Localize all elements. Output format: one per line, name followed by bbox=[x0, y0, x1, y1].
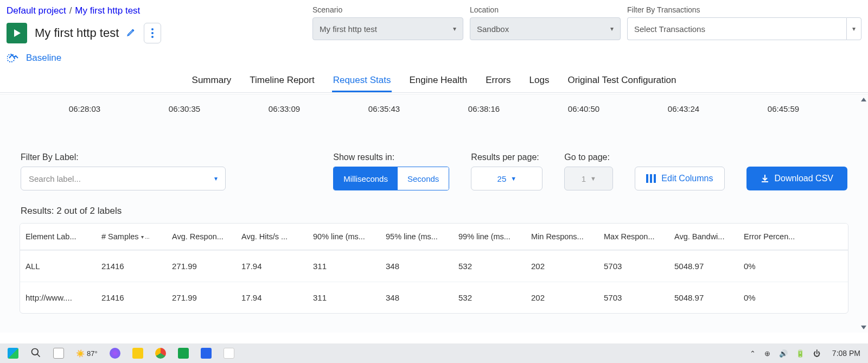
results-per-page-dropdown[interactable]: 25 ▼ bbox=[471, 167, 542, 190]
chevron-down-icon: ▾ bbox=[610, 25, 614, 33]
stats-table: Element Lab... # Samples ▾ ... Avg. Resp… bbox=[20, 223, 848, 314]
cell-label: http://www.... bbox=[20, 282, 96, 313]
col-p90[interactable]: 90% line (ms... bbox=[308, 224, 380, 250]
page-title: My first http test bbox=[35, 26, 119, 40]
cell-p90: 311 bbox=[308, 282, 380, 313]
cell-avg-resp: 271.99 bbox=[167, 251, 236, 282]
app-icon-2[interactable] bbox=[224, 348, 234, 359]
location-label: Location bbox=[470, 5, 621, 14]
rpp-title: Results per page: bbox=[471, 152, 542, 162]
col-error-pct[interactable]: Error Percen... bbox=[738, 224, 803, 250]
col-samples[interactable]: # Samples ▾ ... bbox=[96, 224, 167, 250]
cell-p95: 348 bbox=[380, 282, 453, 313]
goto-page-dropdown[interactable]: 1 ▼ bbox=[564, 167, 613, 190]
pencil-icon bbox=[126, 27, 136, 37]
svg-rect-5 bbox=[646, 174, 648, 183]
scenario-dropdown[interactable]: My first http test ▾ bbox=[312, 17, 463, 40]
chevron-down-icon: ▾ bbox=[453, 25, 456, 33]
chrome-icon[interactable] bbox=[155, 348, 166, 359]
tab-summary[interactable]: Summary bbox=[191, 71, 233, 92]
time-tick: 06:30:35 bbox=[135, 104, 234, 113]
filter-label-input[interactable]: Search label... ▾ bbox=[21, 167, 226, 190]
tab-original-config[interactable]: Original Test Configuration bbox=[566, 71, 677, 92]
breadcrumb-project[interactable]: Default project bbox=[7, 5, 66, 16]
scrollbar[interactable] bbox=[861, 98, 866, 329]
breadcrumb-sep: / bbox=[69, 5, 72, 16]
play-icon bbox=[12, 29, 21, 37]
edit-columns-button[interactable]: Edit Columns bbox=[635, 167, 724, 190]
col-avg-response[interactable]: Avg. Respon... bbox=[167, 224, 236, 250]
transactions-expand-button[interactable]: ▾ bbox=[846, 17, 861, 40]
more-actions-button[interactable] bbox=[144, 23, 161, 43]
col-max[interactable]: Max Respon... bbox=[598, 224, 669, 250]
table-row[interactable]: http://www.... 21416 271.99 17.94 311 34… bbox=[20, 282, 848, 313]
chevron-down-icon: ▾ bbox=[214, 175, 218, 182]
unit-milliseconds[interactable]: Milliseconds bbox=[334, 167, 398, 190]
show-results-title: Show results in: bbox=[333, 152, 449, 162]
transactions-dropdown[interactable]: Select Transactions bbox=[627, 17, 846, 40]
run-button[interactable] bbox=[7, 23, 27, 43]
col-min[interactable]: Min Respons... bbox=[526, 224, 598, 250]
location-value: Sandbox bbox=[477, 24, 509, 34]
excel-icon[interactable] bbox=[178, 348, 189, 359]
svg-marker-0 bbox=[14, 29, 21, 37]
baseline-label: Baseline bbox=[26, 53, 61, 63]
table-header: Element Lab... # Samples ▾ ... Avg. Resp… bbox=[20, 224, 848, 250]
table-row[interactable]: ALL 21416 271.99 17.94 311 348 532 202 5… bbox=[20, 250, 848, 282]
unit-toggle: Milliseconds Seconds bbox=[333, 167, 449, 190]
cell-avg-resp: 271.99 bbox=[167, 282, 236, 313]
tab-logs[interactable]: Logs bbox=[528, 71, 551, 92]
weather-widget[interactable]: ☀️ 87° bbox=[76, 349, 98, 358]
col-bandwidth[interactable]: Avg. Bandwi... bbox=[669, 224, 738, 250]
svg-rect-7 bbox=[654, 174, 656, 183]
clock[interactable]: 7:08 PM bbox=[832, 349, 860, 358]
tab-errors[interactable]: Errors bbox=[484, 71, 512, 92]
cell-label: ALL bbox=[20, 251, 96, 282]
filter-label-placeholder: Search label... bbox=[29, 174, 81, 183]
cell-bw: 5048.97 bbox=[669, 282, 738, 313]
start-icon[interactable] bbox=[8, 348, 18, 359]
os-taskbar: ☀️ 87° ⌃ ⊕ 🔊 🔋 ⏻ 7:08 PM bbox=[0, 343, 868, 363]
app-icon[interactable] bbox=[110, 348, 120, 359]
time-tick: 06:33:09 bbox=[234, 104, 334, 113]
goto-title: Go to page: bbox=[564, 152, 613, 162]
search-icon[interactable] bbox=[30, 347, 41, 360]
tab-timeline-report[interactable]: Timeline Report bbox=[248, 71, 315, 92]
explorer-icon[interactable] bbox=[132, 348, 143, 359]
cell-err: 0% bbox=[738, 282, 803, 313]
scenario-value: My first http test bbox=[320, 24, 377, 34]
cell-max: 5703 bbox=[598, 282, 669, 313]
cell-p95: 348 bbox=[380, 251, 453, 282]
svg-point-2 bbox=[151, 32, 154, 34]
time-tick: 06:40:50 bbox=[534, 104, 634, 113]
col-p95[interactable]: 95% line (ms... bbox=[380, 224, 453, 250]
baseline-link[interactable]: Baseline bbox=[7, 51, 299, 65]
time-tick: 06:45:59 bbox=[733, 104, 833, 113]
caret-down-icon: ▼ bbox=[590, 175, 596, 182]
svg-line-10 bbox=[37, 354, 40, 356]
download-csv-button[interactable]: Download CSV bbox=[746, 167, 848, 190]
download-icon bbox=[761, 174, 769, 183]
chevron-down-icon: ▾ bbox=[852, 25, 856, 33]
time-tick: 06:28:03 bbox=[35, 104, 135, 113]
columns-icon bbox=[646, 174, 656, 183]
word-icon[interactable] bbox=[201, 348, 212, 359]
temperature: 87° bbox=[87, 349, 98, 358]
scroll-down-icon[interactable] bbox=[861, 326, 866, 329]
col-element-label[interactable]: Element Lab... bbox=[20, 224, 96, 250]
taskview-icon[interactable] bbox=[53, 348, 64, 359]
col-avg-hits[interactable]: Avg. Hits/s ... bbox=[236, 224, 308, 250]
scroll-up-icon[interactable] bbox=[861, 98, 866, 101]
tab-engine-health[interactable]: Engine Health bbox=[408, 71, 468, 92]
results-count: Results: 2 out of 2 labels bbox=[20, 206, 848, 216]
location-dropdown[interactable]: Sandbox ▾ bbox=[470, 17, 621, 40]
breadcrumb-test[interactable]: My first http test bbox=[75, 5, 140, 16]
unit-seconds[interactable]: Seconds bbox=[398, 167, 449, 190]
tray-icons[interactable]: ⌃ ⊕ 🔊 🔋 ⏻ bbox=[750, 349, 823, 358]
edit-title-button[interactable] bbox=[126, 27, 136, 40]
tab-request-stats[interactable]: Request Stats bbox=[332, 71, 392, 92]
col-p99[interactable]: 99% line (ms... bbox=[453, 224, 526, 250]
time-tick: 06:43:24 bbox=[634, 104, 733, 113]
sort-indicator-icon: ▾ ... bbox=[141, 234, 150, 240]
kebab-icon bbox=[151, 28, 154, 38]
